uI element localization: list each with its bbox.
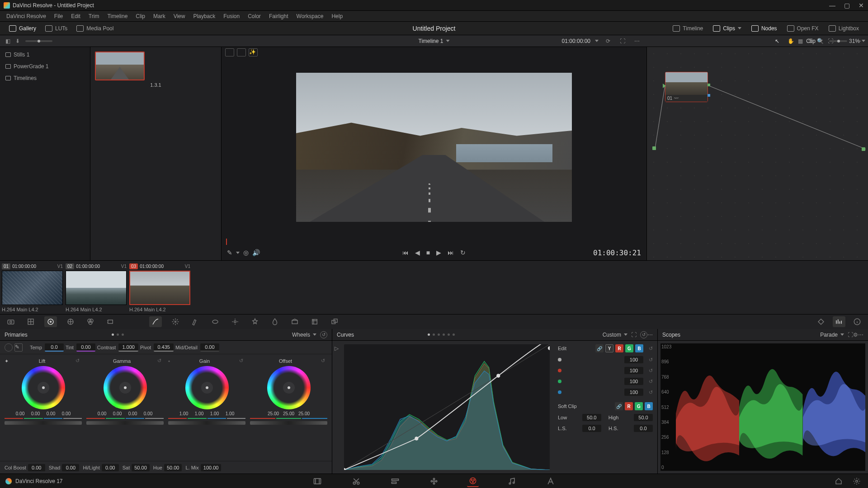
node-more-icon[interactable]: ⋯ [854, 36, 863, 46]
scopes-settings-icon[interactable]: ⚙ [853, 332, 858, 338]
clip-thumbnail[interactable]: 0301:00:00:00V1 H.264 Main L4.2 [129, 263, 190, 312]
reset-icon[interactable]: ↺ [649, 357, 653, 363]
curves-expand-icon[interactable]: ⛶ [631, 332, 637, 338]
offset-color-wheel[interactable] [267, 366, 311, 409]
gain-master-wheel[interactable] [168, 421, 245, 425]
menu-view[interactable]: View [170, 12, 189, 21]
tint-field[interactable]: 0.00 [76, 343, 95, 352]
fairlight-page-icon[interactable] [506, 475, 518, 487]
menu-workspace[interactable]: Workspace [293, 12, 327, 21]
scopes-icon[interactable] [833, 316, 845, 327]
contrast-field[interactable]: 1.000 [118, 343, 138, 352]
menu-clip[interactable]: Clip [132, 12, 149, 21]
curve-expand-icon[interactable]: ▷ [335, 345, 339, 352]
reset-icon[interactable]: ↺ [649, 346, 653, 352]
menu-mark[interactable]: Mark [150, 12, 169, 21]
lift-master-wheel[interactable] [5, 421, 82, 425]
node-zoom-slider[interactable] [829, 40, 847, 42]
lift-color-wheel[interactable] [22, 366, 65, 409]
black-point-picker-icon[interactable]: ◦ [168, 358, 170, 364]
intensity-b-field[interactable]: 100 [624, 389, 643, 396]
softclip-g-button[interactable]: G [635, 402, 643, 410]
node-input-icon[interactable] [663, 84, 666, 88]
play-icon[interactable]: ▶ [436, 249, 441, 256]
color-wheels-icon[interactable] [44, 316, 57, 327]
reset-icon[interactable]: ↺ [75, 358, 82, 364]
luts-toggle[interactable]: LUTs [41, 23, 72, 33]
reset-icon[interactable]: ↺ [649, 379, 653, 385]
sizing-icon[interactable] [308, 316, 321, 327]
viewer-canvas[interactable] [222, 58, 646, 237]
softclip-high-field[interactable]: 50.0 [634, 414, 653, 421]
curves-palette-icon[interactable] [149, 316, 162, 327]
still-thumbnail[interactable] [95, 52, 145, 80]
gallery-item-timelines[interactable]: Timelines [0, 72, 90, 84]
sat-field[interactable]: 50.00 [132, 464, 150, 471]
pivot-field[interactable]: 0.435 [154, 343, 174, 352]
y-channel-button[interactable]: Y [605, 344, 613, 352]
camera-raw-icon[interactable] [5, 316, 17, 327]
reset-icon[interactable]: ↺ [321, 358, 327, 364]
reset-icon[interactable]: ↺ [239, 358, 245, 364]
menu-color[interactable]: Color [244, 12, 264, 21]
viewer-timecode[interactable]: 01:00:00:00 [562, 38, 590, 44]
gain-color-wheel[interactable] [185, 366, 229, 409]
scopes-expand-icon[interactable]: ⛶ [848, 332, 853, 338]
audio-icon[interactable]: 🔊 [252, 249, 260, 256]
menu-playback[interactable]: Playback [189, 12, 219, 21]
cut-page-icon[interactable] [350, 475, 362, 487]
hdr-wheels-icon[interactable] [64, 316, 77, 327]
magic-mask-icon[interactable] [249, 316, 261, 327]
middetail-field[interactable]: 0.00 [200, 343, 219, 352]
gallery-item-powergrade[interactable]: PowerGrade 1 [0, 61, 90, 72]
scopes-mode-selector[interactable]: Parade [820, 332, 844, 338]
viewer-overlay-icon[interactable] [225, 48, 234, 56]
fusion-page-icon[interactable] [428, 475, 440, 487]
scopes-more-icon[interactable]: ⋯ [858, 332, 863, 338]
color-page-icon[interactable] [467, 475, 479, 487]
viewer-more-icon[interactable]: ⋯ [632, 36, 642, 46]
b-channel-button[interactable]: B [635, 344, 643, 352]
node-source-icon[interactable] [652, 146, 656, 150]
grab-still-icon[interactable]: ⬇ [13, 36, 23, 46]
softclip-b-button[interactable]: B [645, 402, 653, 410]
lmix-field[interactable]: 100.00 [201, 464, 222, 471]
softclip-link-icon[interactable]: 🔗 [615, 402, 623, 410]
menu-fairlight[interactable]: Fairlight [265, 12, 292, 21]
hilight-field[interactable]: 0.00 [102, 464, 119, 471]
3d-icon[interactable] [328, 316, 341, 327]
intensity-g-field[interactable]: 100 [624, 378, 643, 385]
nodes-toggle[interactable]: Nodes [747, 23, 782, 33]
pick-wb-icon[interactable]: ✎ [14, 343, 23, 352]
color-warper-icon[interactable] [169, 316, 182, 327]
arrow-tool-icon[interactable]: ↖ [772, 36, 782, 46]
lightbox-toggle[interactable]: Lightbox [824, 23, 863, 33]
softclip-r-button[interactable]: R [625, 402, 633, 410]
primaries-pager[interactable] [112, 333, 124, 336]
window-icon[interactable] [209, 316, 222, 327]
blur-icon[interactable] [269, 316, 281, 327]
menu-davinci[interactable]: DaVinci Resolve [3, 12, 50, 21]
primaries-mode-selector[interactable]: Wheels [292, 332, 316, 338]
primaries-reset-icon[interactable] [320, 331, 327, 338]
node-alpha-output-icon[interactable] [708, 94, 710, 97]
reset-icon[interactable]: ↺ [649, 389, 653, 395]
node-output-icon[interactable] [708, 84, 710, 86]
gallery-size-slider[interactable] [25, 40, 52, 42]
colboost-field[interactable]: 0.00 [28, 464, 45, 471]
softclip-low-field[interactable]: 50.0 [582, 414, 601, 421]
openfx-toggle[interactable]: Open FX [783, 23, 823, 33]
hand-tool-icon[interactable]: ✋ [786, 36, 796, 46]
motion-effects-icon[interactable] [104, 316, 117, 327]
link-channels-icon[interactable]: 🔗 [595, 344, 604, 352]
node-output-dest-icon[interactable] [862, 147, 865, 151]
timeline-toggle[interactable]: Timeline [668, 23, 708, 33]
loop-icon[interactable]: ↻ [460, 249, 466, 256]
node-scope-selector[interactable]: Clip [806, 38, 816, 44]
mediapool-toggle[interactable]: Media Pool [72, 23, 118, 33]
yrgb-toggle-icon[interactable]: ✦ [5, 358, 9, 364]
intensity-r-field[interactable]: 100 [624, 367, 643, 374]
edit-page-icon[interactable] [389, 475, 401, 487]
last-frame-icon[interactable]: ⏭ [448, 249, 454, 256]
curves-mode-selector[interactable]: Custom [603, 332, 627, 338]
